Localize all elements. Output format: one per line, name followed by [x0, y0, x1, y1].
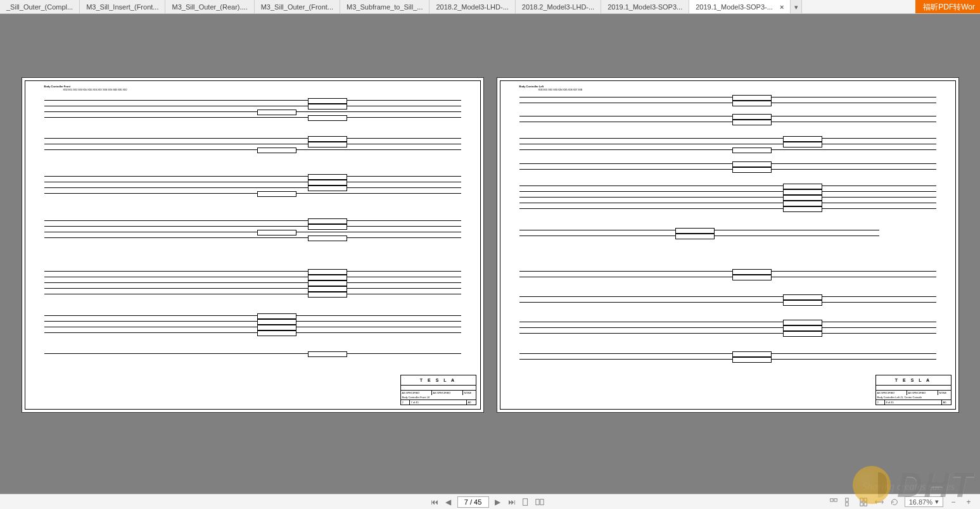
sheet-number: 7 of 45: [410, 400, 467, 405]
continuous-icon: [844, 498, 853, 506]
view-mode-c-button[interactable]: [859, 497, 869, 507]
svg-rect-2: [523, 498, 527, 505]
first-page-icon: ⏮: [431, 498, 438, 506]
zoom-value: 16.87%: [909, 498, 932, 506]
tesla-logo: T E S L A: [401, 375, 476, 386]
view-mode-b-button[interactable]: [844, 497, 854, 507]
rev: 2: [401, 400, 410, 405]
plus-icon: +: [966, 498, 970, 506]
connector-row-right: X030 X031 X032 X033 X034 X035 X036 X037 …: [538, 89, 583, 91]
svg-rect-7: [845, 498, 848, 501]
tab-m3-sill-outer-rear[interactable]: M3_Sill_Outer_(Rear)....: [165, 0, 254, 13]
tab-label: 2018.2_Model3-LHD-...: [436, 3, 508, 11]
close-tab-icon[interactable]: ×: [780, 3, 784, 11]
facing-pages-icon: [535, 498, 544, 506]
svg-rect-6: [834, 498, 837, 501]
facing-pages-view-button[interactable]: [535, 497, 545, 507]
minus-icon: −: [951, 498, 955, 506]
pdf-navigation-toolbar: ⏮ ◀ ▶ ⏭ 16.87% ▾ − +: [0, 494, 980, 509]
tab-2019-1-model3-sop3-b[interactable]: 2019.1_Model3-SOP3-... ×: [689, 0, 791, 13]
rotate-icon: [890, 498, 899, 506]
zoom-level-dropdown[interactable]: 16.87% ▾: [905, 496, 943, 507]
chevron-down-icon: ▾: [935, 498, 939, 506]
svg-rect-9: [860, 498, 863, 501]
spec-right: AS SPECIFIED: [907, 391, 938, 395]
rev: 2: [876, 400, 885, 405]
first-page-button[interactable]: ⏮: [430, 497, 440, 507]
prev-page-icon: ◀: [445, 498, 451, 506]
svg-rect-3: [535, 499, 538, 505]
page-layout-icon: [829, 498, 838, 506]
drawing-title: Body Controller Front J4: [401, 395, 476, 400]
drawing-title: Body Controller Left J1, Center Console: [876, 395, 951, 400]
sheet-size: A0: [467, 400, 476, 405]
connector-row-left: X050 X051 X052 X053 X054 X055 X056 X057 …: [63, 89, 127, 91]
title-block-page-8: T E S L A AS SPECIFIED AS SPECIFIED NONE…: [875, 375, 951, 405]
foxit-convert-to-word-button[interactable]: 福昕PDF转Wor: [915, 0, 980, 13]
pdf-viewport[interactable]: Body Controller Front X050 X051 X052 X05…: [0, 14, 980, 494]
zoom-out-button[interactable]: −: [948, 497, 958, 507]
svg-rect-4: [540, 499, 543, 505]
fit-width-button[interactable]: [874, 497, 884, 507]
title-block-page-7: T E S L A AS SPECIFIED AS SPECIFIED NONE…: [400, 375, 476, 405]
svg-rect-12: [864, 502, 867, 505]
fit-width-icon: [875, 498, 884, 506]
tab-label: 2019.1_Model3-SOP3-...: [696, 3, 773, 11]
tab-label: M3_Subframe_to_Sill_...: [347, 3, 423, 11]
chevron-down-icon: ▾: [794, 3, 798, 11]
next-page-button[interactable]: ▶: [493, 497, 503, 507]
tab-label: M3_Sill_Outer_(Front...: [261, 3, 333, 11]
tab-label: 2018.2_Model3-LHD-...: [522, 3, 594, 11]
prev-page-button[interactable]: ◀: [443, 497, 454, 507]
svg-rect-8: [845, 502, 848, 505]
tab-2018-2-model3-lhd-b[interactable]: 2018.2_Model3-LHD-...: [516, 0, 601, 13]
spec-left: AS SPECIFIED: [401, 391, 432, 395]
schematic-page-7: Body Controller Front X050 X051 X052 X05…: [22, 77, 484, 413]
svg-rect-11: [860, 502, 863, 505]
tesla-logo: T E S L A: [876, 375, 951, 386]
tab-2018-2-model3-lhd-a[interactable]: 2018.2_Model3-LHD-...: [430, 0, 515, 13]
view-mode-a-button[interactable]: [829, 497, 839, 507]
last-page-icon: ⏭: [508, 498, 516, 506]
sheet-number: 8 of 45: [885, 400, 942, 405]
tab-sill-outer-compl[interactable]: _Sill_Outer_(Compl...: [0, 0, 80, 13]
convert-label: 福昕PDF转Wor: [923, 0, 975, 14]
sheet-size: A0: [942, 400, 951, 405]
tab-overflow-button[interactable]: ▾: [791, 0, 802, 13]
page-header-right: Body Controller Left: [519, 85, 544, 88]
rotate-view-button[interactable]: [889, 497, 900, 507]
tab-2019-1-model3-sop3-a[interactable]: 2019.1_Model3-SOP3...: [601, 0, 689, 13]
tab-label: _Sill_Outer_(Compl...: [6, 3, 73, 11]
document-tab-strip: _Sill_Outer_(Compl... M3_Sill_Insert_(Fr…: [0, 0, 980, 14]
tab-m3-sill-outer-front[interactable]: M3_Sill_Outer_(Front...: [255, 0, 340, 13]
spec-left: AS SPECIFIED: [876, 391, 907, 395]
schematic-page-8: Body Controller Left X030 X031 X032 X033…: [497, 77, 959, 413]
spec-right: AS SPECIFIED: [432, 391, 463, 395]
page-header-left: Body Controller Front: [44, 85, 71, 88]
svg-rect-10: [864, 498, 867, 501]
tab-m3-sill-insert-front[interactable]: M3_Sill_Insert_(Front...: [80, 0, 165, 13]
tab-m3-subframe-to-sill[interactable]: M3_Subframe_to_Sill_...: [340, 0, 430, 13]
zoom-in-button[interactable]: +: [964, 497, 974, 507]
continuous-facing-icon: [860, 498, 869, 506]
tab-label: M3_Sill_Outer_(Rear)....: [172, 3, 247, 11]
page-number-input[interactable]: [457, 496, 489, 508]
spec-none: NONE: [938, 391, 951, 395]
tab-label: M3_Sill_Insert_(Front...: [86, 3, 158, 11]
spec-none: NONE: [463, 391, 476, 395]
next-page-icon: ▶: [495, 498, 500, 506]
last-page-button[interactable]: ⏭: [507, 497, 517, 507]
single-page-view-button[interactable]: [521, 497, 531, 507]
tab-label: 2019.1_Model3-SOP3...: [608, 3, 682, 11]
single-page-icon: [521, 498, 530, 506]
svg-rect-5: [830, 498, 832, 501]
